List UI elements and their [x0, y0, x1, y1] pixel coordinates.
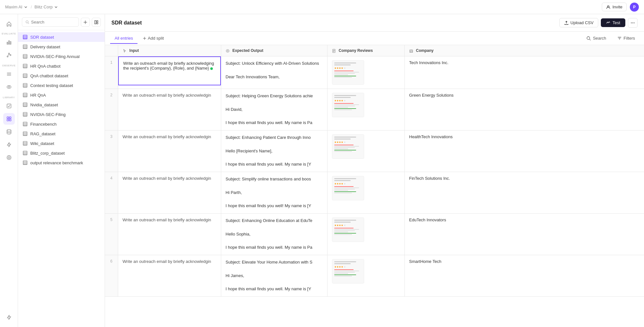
- company-cell: SmartHome Tech: [404, 255, 644, 296]
- data-table: Input Expected Output Comp: [105, 45, 644, 297]
- input-cell[interactable]: Write an outreach email by briefly ackno…: [118, 89, 221, 130]
- dataset-table-icon-10: [23, 121, 28, 127]
- dataset-label-6: Context testing dataset: [30, 83, 73, 88]
- add-dataset-button[interactable]: [81, 18, 90, 27]
- company-name: HealthTech Innovations: [405, 130, 644, 159]
- sidebar-evaluate-graph[interactable]: [3, 49, 15, 61]
- dataset-item-output-relevance[interactable]: output relevance benchmark: [18, 158, 105, 168]
- output-content: Subject: Unlock Efficiency with AI-Drive…: [221, 56, 327, 85]
- company-cell: Tech Innovations Inc.: [404, 56, 644, 89]
- chevron-down-icon: [24, 5, 28, 9]
- output-content: Subject: Simplify online transactions an…: [221, 172, 327, 213]
- sidebar-observe-list[interactable]: [3, 68, 15, 80]
- avatar[interactable]: P: [630, 3, 639, 12]
- input-text: Write an outreach email by briefly ackno…: [123, 217, 211, 222]
- dataset-item-hr-qna[interactable]: HR QnA: [18, 90, 105, 100]
- company-name: Tech Innovations Inc.: [405, 56, 644, 85]
- output-line: I hope this email finds you well. My nam…: [226, 286, 311, 291]
- dataset-label-9: NVIDIA-SEC-Filing: [30, 112, 66, 117]
- svg-point-86: [632, 22, 633, 23]
- sidebar-evaluate-chart[interactable]: [3, 36, 15, 48]
- input-cell[interactable]: Write an outreach email by briefly ackno…: [118, 255, 221, 296]
- dataset-item-nvidia-sec[interactable]: NVIDIA-SEC-Filing: [18, 110, 105, 119]
- sidebar-library-settings[interactable]: [3, 152, 15, 163]
- row-num-header: [105, 45, 118, 56]
- add-split-button[interactable]: Add split: [139, 34, 168, 43]
- breadcrumb-app[interactable]: Maxim AI: [5, 5, 28, 9]
- input-cell[interactable]: Write an outreach email by briefly ackno…: [118, 213, 221, 255]
- output-line: Subject: Enhancing Online Education at E…: [226, 218, 313, 223]
- output-content: Subject: Enhancing Online Education at E…: [221, 214, 327, 255]
- dataset-item-wiki[interactable]: Wiki_dataset: [18, 139, 105, 148]
- content-header: SDR dataset Upload CSV Test: [105, 14, 644, 32]
- row-number: 4: [105, 172, 118, 213]
- sidebar-observe-eye[interactable]: [3, 81, 15, 93]
- input-cell[interactable]: Write an outreach email by briefly ackno…: [118, 56, 221, 89]
- output-line: Hi David,: [226, 107, 243, 112]
- output-cell: Subject: Unlock Efficiency with AI-Drive…: [221, 56, 327, 89]
- dataset-label: SDR dataset: [30, 35, 54, 40]
- output-cell: Subject: Helping Green Energy Solutions …: [221, 89, 327, 130]
- input-content: Write an outreach email by briefly ackno…: [118, 214, 221, 243]
- svg-point-22: [26, 21, 28, 23]
- database-icon: [6, 129, 12, 135]
- dataset-item-sdr[interactable]: SDR dataset: [18, 32, 105, 42]
- plus-icon-2: [143, 36, 147, 40]
- dataset-item-nvidia[interactable]: Nvidia_dataset: [18, 100, 105, 110]
- input-cell[interactable]: Write an outreach email by briefly ackno…: [118, 130, 221, 172]
- row-number: 3: [105, 130, 118, 172]
- upload-csv-button[interactable]: Upload CSV: [559, 18, 599, 27]
- dataset-item-nvidia-annual[interactable]: NVIDIA-SEC-Filing Annual: [18, 52, 105, 61]
- person-icon: [606, 5, 611, 9]
- reviews-cell: ★★★★★: [327, 255, 404, 296]
- library-section-label: LIBRARY: [3, 96, 15, 99]
- output-line: Subject: Unlock Efficiency with AI-Drive…: [226, 61, 319, 66]
- company-name: EduTech Innovators: [405, 214, 644, 243]
- table-row: 4Write an outreach email by briefly ackn…: [105, 172, 644, 213]
- filters-button[interactable]: Filters: [613, 34, 639, 42]
- dataset-label-2: Delivery dataset: [30, 44, 60, 49]
- breadcrumb-org[interactable]: Blitz Corp: [34, 5, 58, 9]
- company-col-label: Company: [416, 48, 434, 53]
- dataset-item-financebench[interactable]: Financebench: [18, 119, 105, 129]
- filters-label: Filters: [624, 36, 635, 41]
- eye-icon: [6, 84, 12, 90]
- tabs-right: Search Filters: [582, 34, 639, 42]
- input-content: Write an outreach email by briefly ackno…: [118, 255, 221, 284]
- reviews-content: ★★★★★: [327, 89, 404, 121]
- dataset-item-delivery[interactable]: Delivery dataset: [18, 42, 105, 52]
- invite-label: Invite: [612, 5, 622, 9]
- dataset-item-hr-qna-chatbot[interactable]: HR QnA chatbot: [18, 61, 105, 71]
- tab-all-entries[interactable]: All entries: [110, 33, 137, 44]
- company-cell: HealthTech Innovations: [404, 130, 644, 172]
- chart-bar-icon: [6, 39, 12, 45]
- input-cell[interactable]: Write an outreach email by briefly ackno…: [118, 172, 221, 213]
- search-label: Search: [593, 36, 606, 41]
- sidebar-library-check[interactable]: [3, 100, 15, 112]
- invite-button[interactable]: Invite: [602, 3, 627, 11]
- dataset-item-rag[interactable]: RAG_dataset: [18, 129, 105, 139]
- test-button[interactable]: Test: [601, 18, 625, 27]
- dataset-table-icon-14: [23, 160, 28, 165]
- dataset-label-14: output relevance benchmark: [30, 160, 83, 165]
- sidebar-bottom-lightning[interactable]: [3, 312, 15, 323]
- dataset-item-qna-chatbot[interactable]: QnA chatbot dataset: [18, 71, 105, 81]
- search-box[interactable]: [22, 17, 79, 27]
- table-search-button[interactable]: Search: [582, 34, 610, 42]
- svg-point-5: [8, 53, 10, 54]
- evaluate-section-label: EVALUATE: [2, 32, 16, 35]
- sidebar-library-bolt[interactable]: [3, 139, 15, 150]
- reviews-content: ★★★★★: [327, 130, 404, 163]
- sidebar-library-grid[interactable]: [3, 113, 15, 125]
- chevron-down-icon-2: [54, 5, 58, 9]
- row-number: 1: [105, 56, 118, 89]
- sidebar-library-db[interactable]: [3, 126, 15, 138]
- dataset-item-context[interactable]: Context testing dataset: [18, 81, 105, 90]
- dataset-item-blitz[interactable]: Blitz_corp_dataset: [18, 148, 105, 158]
- settings-circle-icon: [6, 155, 12, 160]
- sidebar-home[interactable]: [3, 18, 15, 30]
- upload-csv-label: Upload CSV: [571, 20, 594, 25]
- search-input[interactable]: [31, 20, 75, 24]
- more-options-button[interactable]: [628, 18, 638, 28]
- layout-toggle-button[interactable]: [92, 18, 101, 27]
